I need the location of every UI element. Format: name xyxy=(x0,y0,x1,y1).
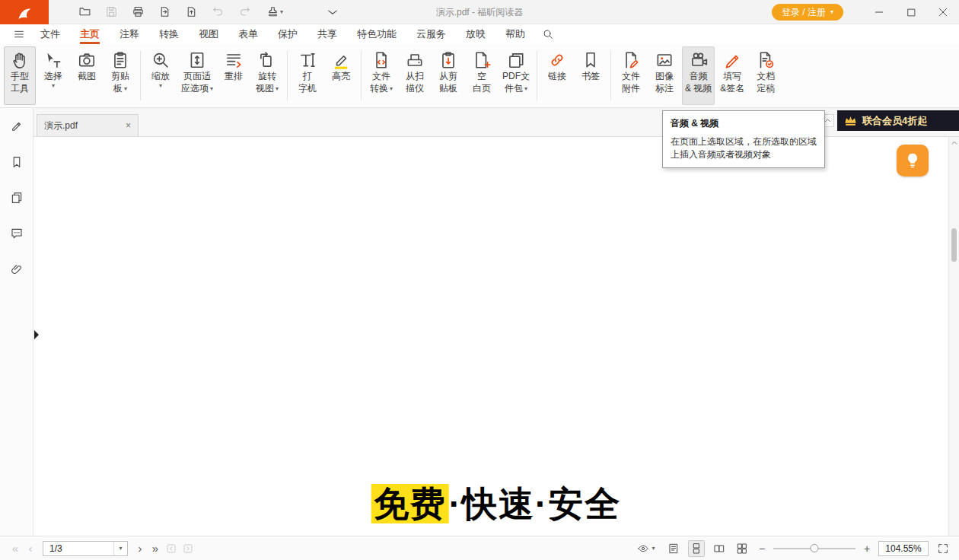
ribbon-tool-rotate-view[interactable]: 旋转 视图▾ xyxy=(251,46,283,105)
ribbon-tool-blank-page[interactable]: 空 白页 xyxy=(466,46,498,105)
next-page-button[interactable]: › xyxy=(132,542,148,554)
redo-button[interactable] xyxy=(236,4,253,21)
fullscreen-icon xyxy=(937,542,949,555)
menu-convert[interactable]: 转换 xyxy=(149,24,189,44)
lightbulb-icon xyxy=(903,151,922,170)
ribbon-tool-clipboard[interactable]: 剪贴 板▾ xyxy=(104,46,136,105)
tips-lightbulb-button[interactable] xyxy=(897,145,929,177)
scroll-up-icon[interactable] xyxy=(951,139,958,147)
zoom-level-input[interactable] xyxy=(878,541,929,556)
menu-present[interactable]: 放映 xyxy=(456,24,495,44)
ribbon-tool-snapshot[interactable]: 截图 xyxy=(71,46,103,105)
vertical-scrollbar[interactable] xyxy=(948,137,959,536)
menu-view[interactable]: 视图 xyxy=(189,24,228,44)
zoom-out-button[interactable]: − xyxy=(757,542,767,555)
minimize-button[interactable] xyxy=(863,0,895,24)
prev-page-button[interactable]: ‹ xyxy=(23,542,38,554)
panel-expand-handle[interactable] xyxy=(32,327,41,342)
ribbon-tool-link[interactable]: 链接 xyxy=(541,46,573,105)
zoom-icon xyxy=(151,50,170,70)
zoom-slider[interactable] xyxy=(773,540,855,557)
share-button[interactable] xyxy=(183,4,199,21)
customize-toolbar-button[interactable] xyxy=(324,4,341,21)
ribbon-tool-typewriter[interactable]: 打 字机 xyxy=(292,46,323,105)
ribbon-tool-fill-sign[interactable]: 填写 &签名 xyxy=(716,46,748,105)
pencil-icon xyxy=(10,119,24,133)
stamp-tool-button[interactable]: ▾ xyxy=(263,4,287,21)
maximize-button[interactable] xyxy=(895,0,927,24)
ribbon-tool-fit-page[interactable]: 页面适 应选项▾ xyxy=(178,46,216,105)
menu-comment[interactable]: 注释 xyxy=(110,24,149,44)
menu-share[interactable]: 共享 xyxy=(307,24,347,44)
last-page-button[interactable]: » xyxy=(148,542,163,554)
ribbon-tool-file-attachment[interactable]: 文件 附件 xyxy=(615,46,647,105)
print-button[interactable] xyxy=(129,4,146,21)
ribbon-tool-select[interactable]: 选择 ▾ xyxy=(37,46,69,105)
bookmarks-panel-button[interactable] xyxy=(8,154,26,170)
quick-access-toolbar: ▾ xyxy=(76,4,341,21)
ribbon-tool-from-clipboard[interactable]: 从剪 贴板 xyxy=(432,46,464,105)
page-number-input[interactable]: 1/3 ▾ xyxy=(43,541,128,556)
zoom-in-button[interactable]: + xyxy=(862,542,872,555)
menu-form[interactable]: 表单 xyxy=(228,24,268,44)
menu-home[interactable]: 主页 xyxy=(70,24,110,44)
ribbon-tool-convert[interactable]: 文件 转换▾ xyxy=(365,46,397,105)
menu-features[interactable]: 特色功能 xyxy=(347,24,406,44)
comments-panel-button[interactable] xyxy=(8,226,26,241)
tool-label: 文档 xyxy=(757,71,775,82)
page-value: 1/3 xyxy=(49,543,113,554)
menu-file[interactable]: 文件 xyxy=(30,24,70,44)
ribbon-tool-from-scanner[interactable]: 从扫 描仪 xyxy=(399,46,431,105)
reading-mode-button[interactable] xyxy=(665,540,682,557)
ribbon-tool-hand[interactable]: 手型 工具 xyxy=(4,46,36,105)
tool-label: 链接 xyxy=(548,71,566,82)
first-page-button[interactable]: « xyxy=(8,542,23,554)
paperclip-icon xyxy=(10,262,24,276)
open-button[interactable] xyxy=(76,4,93,21)
login-register-button[interactable]: 登录 / 注册▾ xyxy=(772,4,843,21)
attachments-panel-button[interactable] xyxy=(8,262,26,277)
ribbon-tool-audio-video[interactable]: 音频 & 视频 xyxy=(682,46,715,105)
fullscreen-button[interactable] xyxy=(935,540,951,557)
ribbon-tool-zoom[interactable]: 缩放 ▾ xyxy=(145,46,177,105)
fit-page-icon xyxy=(187,50,207,70)
ribbon-tool-pdf-portfolio[interactable]: PDF文 件包▾ xyxy=(499,46,533,105)
previous-view-button[interactable] xyxy=(163,540,180,557)
slider-thumb[interactable] xyxy=(811,544,819,552)
continuous-layout-button[interactable] xyxy=(688,540,705,557)
document-tab[interactable]: 演示.pdf × xyxy=(37,114,139,136)
ribbon-tool-reflow[interactable]: 重排 xyxy=(218,46,250,105)
export-button[interactable] xyxy=(156,4,173,21)
next-view-button[interactable] xyxy=(180,540,196,557)
page-dropdown[interactable]: ▾ xyxy=(113,542,127,555)
close-button[interactable] xyxy=(927,0,959,24)
blank-page-icon xyxy=(472,50,492,70)
facing-layout-button[interactable] xyxy=(711,540,728,557)
search-button[interactable] xyxy=(535,24,561,44)
bookmark-icon xyxy=(581,50,601,70)
annotate-pencil-button[interactable] xyxy=(8,119,26,134)
scrollbar-thumb[interactable] xyxy=(951,228,957,262)
heading-rest: ·快速·安全 xyxy=(449,484,622,523)
ribbon-tool-highlight[interactable]: 高亮 xyxy=(325,46,357,105)
app-body: 演示.pdf × 免费·快速·安全 xyxy=(0,108,959,536)
previous-view-icon xyxy=(165,542,177,555)
undo-button[interactable] xyxy=(209,4,226,21)
pages-panel-button[interactable] xyxy=(8,190,26,205)
chevron-down-icon: ▾ xyxy=(830,9,833,15)
eye-icon xyxy=(637,542,649,555)
ribbon-tool-bookmark[interactable]: 书签 xyxy=(575,46,607,105)
ribbon-tool-finalize[interactable]: 文档 定稿 xyxy=(750,46,782,105)
menu-help[interactable]: 帮助 xyxy=(495,24,535,44)
tab-close-icon[interactable]: × xyxy=(126,121,131,130)
save-button[interactable] xyxy=(103,4,119,21)
menu-protect[interactable]: 保护 xyxy=(268,24,307,44)
menu-button[interactable] xyxy=(8,24,30,44)
tool-label: 描仪 xyxy=(406,83,424,94)
menu-cloud[interactable]: 云服务 xyxy=(406,24,456,44)
membership-promo-banner[interactable]: 联合会员4折起 xyxy=(837,110,959,131)
document-canvas[interactable]: 免费·快速·安全 xyxy=(33,137,959,536)
ribbon-tool-image-annotation[interactable]: 图像 标注 xyxy=(648,46,680,105)
view-visibility-button[interactable]: ▾ xyxy=(633,540,659,557)
facing-continuous-layout-button[interactable] xyxy=(734,540,750,557)
